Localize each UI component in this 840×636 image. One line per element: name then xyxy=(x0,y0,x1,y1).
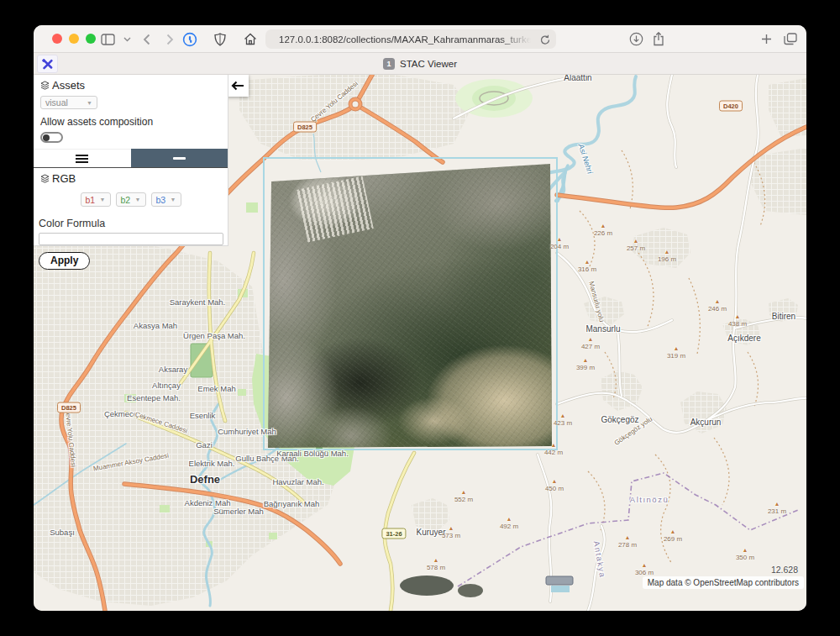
tab-favicon-badge: 1 xyxy=(383,58,395,70)
sidebar-chevron-icon[interactable] xyxy=(118,31,135,47)
tab-overview-icon[interactable] xyxy=(782,31,799,47)
color-formula-input[interactable] xyxy=(39,233,223,245)
zoom-window-button[interactable] xyxy=(86,34,96,44)
crossed-tools-icon xyxy=(42,59,53,70)
rgb-stack-icon xyxy=(40,174,50,183)
panel-tab-strip xyxy=(34,149,228,168)
band-green-select[interactable]: b2 ▼ xyxy=(116,192,146,207)
chevron-down-icon: ▼ xyxy=(135,197,141,202)
share-icon[interactable] xyxy=(650,31,667,47)
apply-button[interactable]: Apply xyxy=(39,252,90,270)
browser-toolbar: 127.0.0.1:8082/collections/MAXAR_Kahrama… xyxy=(34,25,806,53)
url-text: 127.0.0.1:8082/collections/MAXAR_Kahrama… xyxy=(279,34,531,45)
page-content: AlaattinGunyazıSaraykent Mah.Akasya MahÜ… xyxy=(34,75,806,611)
assets-composition-toggle[interactable] xyxy=(40,132,63,143)
minimize-window-button[interactable] xyxy=(69,34,79,44)
assets-label: Assets xyxy=(52,79,85,92)
privacy-shield-icon[interactable] xyxy=(212,31,228,47)
assets-select[interactable]: visual ▼ xyxy=(40,96,97,109)
rgb-label: RGB xyxy=(52,172,76,185)
map-attribution: Map data © OpenStreetMap contributors xyxy=(643,576,804,589)
color-formula-label: Color Formula xyxy=(39,218,223,229)
back-nav-icon[interactable] xyxy=(138,31,155,47)
satellite-image-overlay xyxy=(263,157,558,450)
home-icon[interactable] xyxy=(242,31,259,47)
browser-tab-bar: 1 STAC Viewer xyxy=(34,53,806,75)
new-tab-icon[interactable] xyxy=(758,31,774,47)
allow-assets-composition-label: Allow assets composition xyxy=(40,116,221,128)
viewer-tools-tab[interactable] xyxy=(37,55,58,73)
left-arrow-icon xyxy=(231,81,244,91)
tab-title[interactable]: STAC Viewer xyxy=(400,59,457,69)
zoom-level-display: 12.628 xyxy=(771,565,798,575)
tab-minimize[interactable] xyxy=(131,149,228,167)
forward-nav-icon[interactable] xyxy=(161,31,178,47)
minus-icon xyxy=(173,157,186,160)
chevron-down-icon: ▼ xyxy=(87,100,92,106)
back-to-collection-button[interactable] xyxy=(227,75,249,97)
hamburger-icon xyxy=(76,153,88,165)
chevron-down-icon: ▼ xyxy=(100,197,106,202)
viewer-control-panel: Assets visual ▼ Allow assets composition xyxy=(34,75,228,246)
sidebar-toggle-icon[interactable] xyxy=(99,31,116,47)
close-window-button[interactable] xyxy=(52,34,62,44)
band-selectors: b1 ▼ b2 ▼ b3 ▼ xyxy=(34,192,228,207)
toggle-knob xyxy=(43,134,50,141)
chevron-down-icon: ▼ xyxy=(171,197,176,202)
band-blue-select[interactable]: b3 ▼ xyxy=(151,192,181,207)
onepassword-extension-icon[interactable] xyxy=(181,31,198,47)
tab-band-controls[interactable] xyxy=(34,149,131,167)
band-red-select[interactable]: b1 ▼ xyxy=(81,192,111,207)
reload-icon[interactable] xyxy=(540,34,550,49)
assets-stack-icon xyxy=(40,81,50,90)
downloads-icon[interactable] xyxy=(627,31,644,47)
address-bar[interactable]: 127.0.0.1:8082/collections/MAXAR_Kahrama… xyxy=(265,29,556,49)
browser-window: 127.0.0.1:8082/collections/MAXAR_Kahrama… xyxy=(34,25,806,611)
